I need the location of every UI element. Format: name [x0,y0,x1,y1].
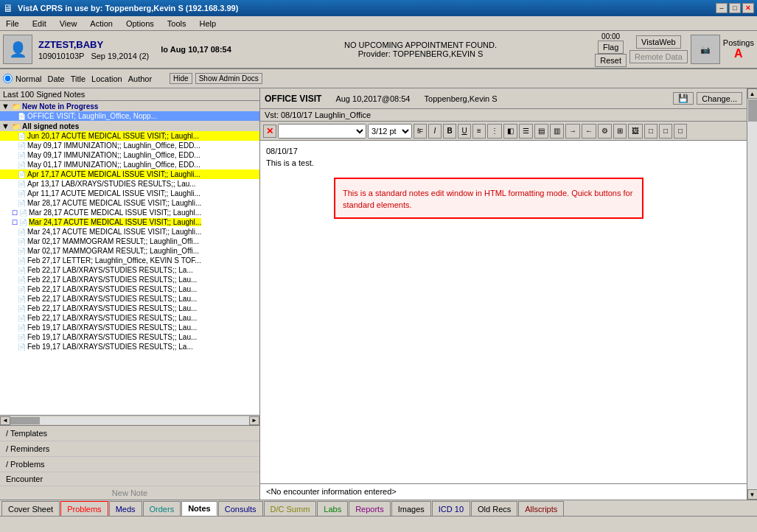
font-format-button[interactable]: fF [414,124,427,139]
change-button[interactable]: Change... [697,92,742,105]
templates-section[interactable]: / Templates [0,426,259,441]
new-note-entry[interactable]: 📄 OFFICE VISIT; Laughlin_Office, Nopp... [0,111,259,121]
list-item[interactable]: 📄 Feb 19,17 LAB/XRAYS/STUDIES RESULTS;; … [0,332,259,342]
tab-problems[interactable]: Problems [60,501,108,516]
left-panel: Last 100 Signed Notes ▼ 📁 New Note in Pr… [0,88,260,500]
special1-button[interactable]: ⚙ [598,124,612,139]
menu-file[interactable]: File [3,19,22,28]
table-button[interactable]: ⊞ [613,124,627,139]
format5-button[interactable]: □ [644,124,657,139]
align-justify-button[interactable]: ▥ [550,124,564,139]
font-size-dropdown[interactable]: 3/12 pt [368,124,412,139]
tab-consults[interactable]: Consults [218,501,263,516]
list-item[interactable]: 📄 Feb 22,17 LAB/XRAYS/STUDIES RESULTS;; … [0,304,259,313]
tab-icd10[interactable]: ICD 10 [432,501,470,516]
tab-reports[interactable]: Reports [349,501,391,516]
maximize-button[interactable]: □ [729,3,741,13]
notes-list[interactable]: ▼ 📁 New Note in Progress 📄 OFFICE VISIT;… [0,101,259,415]
remote-data-button[interactable]: Remote Data [629,50,688,63]
tab-meds[interactable]: Meds [109,501,142,516]
tab-orders[interactable]: Orders [143,501,181,516]
tab-labs[interactable]: Labs [317,501,348,516]
minimize-button[interactable]: – [716,3,728,13]
flag-button[interactable]: Flag [598,41,624,54]
all-signed-tree-item[interactable]: ▼ 📁 All signed notes [0,121,259,131]
save-button[interactable]: 💾 [673,92,694,105]
right-scrollbar[interactable]: ▲ ▼ [747,88,757,500]
italic-button[interactable]: I [428,124,442,139]
list-item[interactable]: 📄 Feb 22,17 LAB/XRAYS/STUDIES RESULTS;; … [0,275,259,284]
menu-options[interactable]: Options [123,19,157,28]
tab-notes[interactable]: Notes [181,501,217,516]
list-item[interactable]: 📄 Feb 27,17 LETTER; Laughlin_Office, KEV… [0,256,259,265]
reset-button[interactable]: Reset [595,54,627,67]
list-item[interactable]: 📄 May 01,17 IMMUNIZATION;; Laughlin_Offi… [0,160,259,169]
menu-tools[interactable]: Tools [164,19,189,28]
list-item[interactable]: 📄 Apr 17,17 ACUTE MEDICAL ISSUE VISIT;; … [0,169,259,179]
list-item[interactable]: ☐ 📄 Mar 24,17 ACUTE MEDICAL ISSUE VISIT;… [0,217,259,227]
vistaweb-button[interactable]: VistaWeb [636,35,681,49]
outdent-button[interactable]: ← [582,124,596,139]
list-item[interactable]: 📄 May 09,17 IMMUNIZATION;; Laughlin_Offi… [0,150,259,160]
indent-button[interactable]: → [565,124,580,139]
right-panel: OFFICE VISIT Aug 10,2017@08:54 Toppenber… [260,88,747,500]
align-center-button[interactable]: ☰ [519,124,533,139]
scroll-up-arrow[interactable]: ▲ [747,88,758,99]
note-title-area: OFFICE VISIT Aug 10,2017@08:54 Toppenber… [265,94,498,104]
show-admin-button[interactable]: Show Admin Docs [195,73,262,84]
all-signed-folder-icon: 📁 [12,122,21,130]
list-item[interactable]: 📄 May 09,17 IMMUNIZATION;; Laughlin_Offi… [0,141,259,150]
list-unordered-button[interactable]: ≡ [472,124,486,139]
menu-view[interactable]: View [57,19,80,28]
tab-oldrecs[interactable]: Old Recs [471,501,517,516]
menu-action[interactable]: Action [87,19,116,28]
list-ordered-button[interactable]: ⋮ [487,124,502,139]
list-item[interactable]: 📄 Feb 19,17 LAB/XRAYS/STUDIES RESULTS;; … [0,342,259,351]
editor-content[interactable]: 08/10/17 This is a test. This is a stand… [260,141,747,483]
close-editor-button[interactable]: ✕ [263,125,276,138]
align-right-button[interactable]: ▤ [534,124,548,139]
align-left-button[interactable]: ◧ [503,124,517,139]
hide-button[interactable]: Hide [170,73,192,84]
tab-dcsumm[interactable]: D/C Summ [264,501,317,516]
new-note-button[interactable]: New Note [0,486,259,500]
list-item[interactable]: 📄 Feb 22,17 LAB/XRAYS/STUDIES RESULTS;; … [0,284,259,294]
list-item[interactable]: 📄 Apr 13,17 LAB/XRAYS/STUDIES RESULTS;; … [0,179,259,189]
list-item[interactable]: 📄 Feb 22,17 LAB/XRAYS/STUDIES RESULTS;; … [0,294,259,304]
tab-allscripts[interactable]: Allscripts [518,501,564,516]
note-icon-13: 📄 [18,257,26,265]
menu-edit[interactable]: Edit [29,19,49,28]
scroll-right-arrow[interactable]: ► [249,416,259,425]
normal-radio[interactable] [3,74,13,83]
tab-cover-sheet[interactable]: Cover Sheet [1,501,60,516]
underline-button[interactable]: U [458,124,471,139]
status-bar [0,516,757,532]
format6-button[interactable]: □ [659,124,672,139]
list-item[interactable]: 📄 Apr 11,17 ACUTE MEDICAL ISSUE VISIT;; … [0,189,259,198]
font-dropdown[interactable] [278,124,366,139]
list-item[interactable]: 📄 Mar 02,17 MAMMOGRAM RESULT;; Laughlin_… [0,237,259,246]
location-label: Location [91,74,122,83]
list-item[interactable]: 📄 Mar 24,17 ACUTE MEDICAL ISSUE VISIT;; … [0,227,259,237]
image-button[interactable]: 🖼 [628,124,643,139]
menu-help[interactable]: Help [197,19,220,28]
scroll-left-arrow[interactable]: ◄ [0,416,10,425]
list-item[interactable]: 📄 Feb 19,17 LAB/XRAYS/STUDIES RESULTS;; … [0,323,259,332]
list-item[interactable]: 📄 Mar 28,17 ACUTE MEDICAL ISSUE VISIT;; … [0,198,259,208]
list-item[interactable]: 📄 Feb 22,17 LAB/XRAYS/STUDIES RESULTS;; … [0,265,259,275]
list-item[interactable]: 📄 Feb 22,17 LAB/XRAYS/STUDIES RESULTS;; … [0,313,259,323]
new-note-tree-item[interactable]: ▼ 📁 New Note in Progress [0,101,259,111]
horizontal-scrollbar[interactable]: ◄ ► [0,415,259,425]
reminders-section[interactable]: / Reminders [0,441,259,457]
encounter-row: Encounter [0,472,259,486]
problems-section[interactable]: / Problems [0,457,259,472]
note-icon-17: 📄 [18,295,26,303]
list-item[interactable]: 📄 Jun 20,17 ACUTE MEDICAL ISSUE VISIT;; … [0,131,259,141]
format7-button[interactable]: □ [674,124,687,139]
tab-images[interactable]: Images [391,501,431,516]
scroll-down-arrow[interactable]: ▼ [747,489,758,500]
bold-button[interactable]: B [443,124,456,139]
close-button[interactable]: ✕ [742,3,754,13]
list-item[interactable]: 📄 Mar 02,17 MAMMOGRAM RESULT;; Laughlin_… [0,246,259,256]
list-item[interactable]: ☐ 📄 Mar 28,17 ACUTE MEDICAL ISSUE VISIT;… [0,208,259,217]
